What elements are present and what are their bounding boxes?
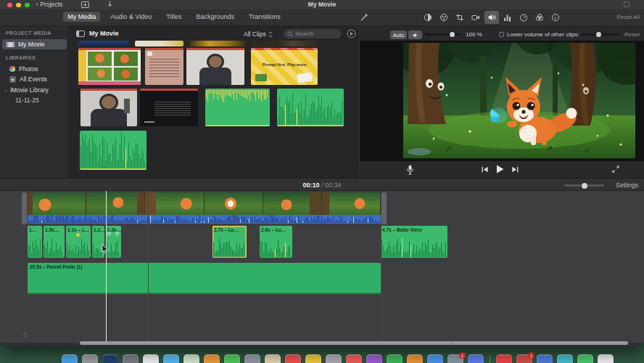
dock-app-icon[interactable] <box>244 354 260 363</box>
dock-app-icon[interactable] <box>204 354 220 363</box>
effect-badge-icon[interactable] <box>107 232 111 235</box>
dock-app-icon[interactable] <box>407 354 423 363</box>
clip-filter-dropdown[interactable]: All Clips <box>244 30 273 38</box>
dock-app-icon[interactable] <box>577 354 593 363</box>
dock-app-icon[interactable] <box>366 354 382 363</box>
media-thumbnail[interactable] <box>189 41 247 46</box>
dock-app-icon[interactable] <box>346 354 362 363</box>
audio-clip[interactable]: 1.3s… <box>106 226 121 258</box>
audio-clip[interactable]: 1… <box>28 226 42 258</box>
audio-clip[interactable]: 2.6s – Lu… <box>260 226 292 258</box>
play-button[interactable] <box>495 164 505 174</box>
volume-slider[interactable] <box>425 33 461 36</box>
media-thumbnail[interactable] <box>135 41 183 46</box>
timeline-settings-button[interactable]: Settings <box>616 182 638 189</box>
dock-app-icon[interactable] <box>496 354 512 363</box>
enhance-wand-icon[interactable] <box>360 12 369 22</box>
music-clip[interactable]: 29.5s – Forest Frolic (1) <box>28 263 381 294</box>
search-input[interactable] <box>295 30 337 37</box>
titlebar-extra-icon[interactable] <box>624 1 629 7</box>
media-thumbnail-audio-yellow[interactable] <box>205 89 270 126</box>
dock-app-icon[interactable] <box>123 354 139 363</box>
toggle-sidebar-icon[interactable] <box>76 30 85 37</box>
dock-app-icon[interactable] <box>387 354 402 363</box>
color-correction-icon[interactable] <box>437 11 451 24</box>
dock-app-icon[interactable] <box>143 354 159 363</box>
dock-app-icon[interactable] <box>102 354 118 363</box>
dock-app-icon[interactable] <box>82 354 98 363</box>
audio-clip[interactable]: 1.5s… <box>44 226 65 258</box>
dock-app-icon[interactable] <box>468 354 484 363</box>
audio-clip-selected[interactable]: 2.7s – Lu… <box>212 226 247 258</box>
next-frame-button[interactable] <box>511 166 519 174</box>
dock-app-icon[interactable] <box>557 354 573 363</box>
media-thumbnail[interactable] <box>78 41 129 46</box>
dock-app-icon[interactable] <box>62 354 78 363</box>
tab-backgrounds[interactable]: Backgrounds <box>191 12 239 22</box>
search-field[interactable] <box>284 29 341 38</box>
media-thumbnail-screen-recording[interactable] <box>140 89 198 126</box>
dock-app-icon[interactable] <box>265 354 281 363</box>
media-thumbnail-presenter[interactable] <box>186 48 244 85</box>
dock-app-icon[interactable] <box>285 354 301 363</box>
horizontal-scrollbar[interactable] <box>80 341 628 345</box>
video-clip-audio-bar[interactable] <box>28 215 381 224</box>
media-thumbnail[interactable] <box>252 41 318 46</box>
volume-slider-knob[interactable] <box>450 32 455 37</box>
volume-icon[interactable] <box>484 11 499 24</box>
lower-volume-checkbox[interactable] <box>499 32 504 37</box>
auto-volume-button[interactable]: Auto <box>390 30 407 39</box>
timeline-zoom-slider[interactable] <box>564 184 604 187</box>
dock-app-icon[interactable] <box>427 354 443 363</box>
dock-app-icon[interactable] <box>305 354 321 363</box>
tab-my-media[interactable]: My Media <box>63 12 100 22</box>
tab-transitions[interactable]: Transitions <box>244 12 285 22</box>
info-icon[interactable] <box>548 11 563 24</box>
dock-app-icon[interactable] <box>598 354 614 363</box>
record-voiceover-mic-icon[interactable] <box>406 165 414 175</box>
noise-reduction-icon[interactable] <box>500 11 515 24</box>
sidebar-item-photos[interactable]: Photos <box>0 64 69 74</box>
lower-volume-knob[interactable] <box>596 32 601 37</box>
dock-app-icon[interactable] <box>183 354 199 363</box>
media-thumbnail-audio-wave[interactable] <box>80 131 146 170</box>
dock-app-icon[interactable] <box>224 354 240 363</box>
fullscreen-icon[interactable] <box>611 165 620 174</box>
sidebar-item-my-movie[interactable]: My Movie <box>2 39 67 49</box>
timeline-zoom-knob[interactable] <box>582 183 587 189</box>
effect-badge-icon[interactable] <box>76 233 80 237</box>
continuous-playback-icon[interactable] <box>347 29 356 38</box>
effect-badge-icon[interactable] <box>115 232 119 235</box>
clip-trim-handle-left[interactable] <box>22 192 27 224</box>
audio-clip[interactable]: 4.7s – Bobo Voice <box>381 226 447 258</box>
media-thumbnail-audio-wave[interactable] <box>277 89 344 126</box>
sidebar-item-library-date[interactable]: 11-11-25 <box>0 95 69 105</box>
sidebar-item-all-events[interactable]: ★ All Events <box>0 74 69 84</box>
dock-app-icon[interactable] <box>163 354 179 363</box>
dock-app-icon[interactable] <box>537 354 553 363</box>
video-clip-filmstrip[interactable] <box>28 192 381 215</box>
dock-app-icon[interactable]: 1 <box>447 354 463 363</box>
tab-titles[interactable]: Titles <box>162 12 186 22</box>
lower-volume-slider[interactable] <box>582 33 619 36</box>
tab-audio-video[interactable]: Audio & Video <box>106 12 156 22</box>
color-balance-icon[interactable] <box>421 11 435 24</box>
reset-button[interactable]: Reset <box>624 31 640 38</box>
reset-all-button[interactable]: Reset All <box>616 14 640 20</box>
clip-trim-handle-right[interactable] <box>381 192 387 224</box>
crop-icon[interactable] <box>453 11 467 24</box>
dock-app-icon[interactable]: 1 <box>516 354 532 363</box>
media-thumbnail-webcam[interactable] <box>80 89 137 126</box>
filters-icon[interactable] <box>532 11 547 24</box>
previous-frame-button[interactable] <box>481 166 489 174</box>
playhead[interactable] <box>106 191 107 343</box>
speed-icon[interactable] <box>516 11 531 24</box>
media-thumbnail-notes[interactable] <box>145 48 183 85</box>
mute-button[interactable] <box>408 30 422 39</box>
media-thumbnail-fox-collage[interactable] <box>78 48 141 85</box>
audio-clip[interactable]: 2.1s – L… <box>66 226 91 258</box>
media-thumbnail-slide[interactable]: Prompt first, Play more <box>251 48 318 85</box>
stabilization-icon[interactable] <box>468 11 483 24</box>
sidebar-item-imovie-library[interactable]: ⌄ iMovie Library <box>0 85 69 95</box>
dock-app-icon[interactable] <box>326 354 342 363</box>
